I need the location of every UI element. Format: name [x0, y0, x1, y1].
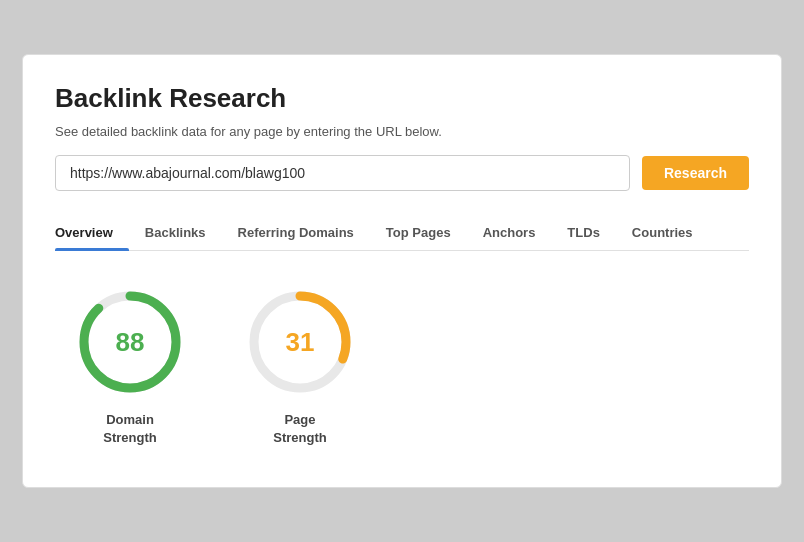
- search-row: Research: [55, 155, 749, 191]
- main-card: Backlink Research See detailed backlink …: [22, 54, 782, 488]
- page-strength-circle: 31: [245, 287, 355, 397]
- tabs-nav: Overview Backlinks Referring Domains Top…: [55, 215, 749, 251]
- page-title: Backlink Research: [55, 83, 749, 114]
- domain-strength-label: DomainStrength: [103, 411, 156, 447]
- url-input[interactable]: [55, 155, 630, 191]
- page-strength-value: 31: [286, 326, 315, 357]
- research-button[interactable]: Research: [642, 156, 749, 190]
- domain-strength-metric: 88 DomainStrength: [75, 287, 185, 447]
- tab-countries[interactable]: Countries: [616, 215, 709, 250]
- tab-overview[interactable]: Overview: [55, 215, 129, 250]
- tab-referring-domains[interactable]: Referring Domains: [222, 215, 370, 250]
- tab-tlds[interactable]: TLDs: [551, 215, 616, 250]
- tab-top-pages[interactable]: Top Pages: [370, 215, 467, 250]
- domain-strength-value: 88: [116, 326, 145, 357]
- page-strength-label: PageStrength: [273, 411, 326, 447]
- tab-anchors[interactable]: Anchors: [467, 215, 552, 250]
- page-strength-metric: 31 PageStrength: [245, 287, 355, 447]
- subtitle: See detailed backlink data for any page …: [55, 124, 749, 139]
- domain-strength-circle: 88: [75, 287, 185, 397]
- tab-backlinks[interactable]: Backlinks: [129, 215, 222, 250]
- metrics-row: 88 DomainStrength 31 PageStrength: [55, 287, 749, 447]
